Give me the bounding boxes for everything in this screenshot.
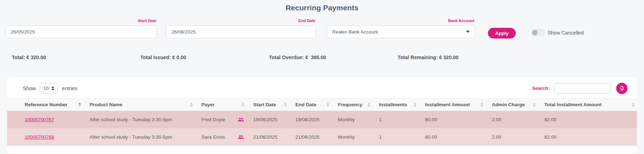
search-label: Search:	[532, 86, 550, 91]
sort-icon	[414, 103, 416, 107]
frequency-cell: Monthly	[331, 111, 373, 128]
chevron-down-icon	[466, 31, 470, 33]
installments-cell: 1	[373, 128, 419, 146]
bank-account-select[interactable]: Realex Bank Account	[327, 25, 475, 38]
sort-icon	[368, 103, 370, 107]
stepper-arrows-icon	[51, 86, 54, 91]
table-toolbar: Show 10 entries Search:	[7, 77, 637, 98]
end-date-cell: 19/06/2025	[289, 111, 331, 128]
installment-amount-cell: 80.00	[419, 111, 485, 128]
total-amount: Total: € 320.00	[12, 55, 140, 60]
col-header-reference-number[interactable]: Reference Number	[7, 99, 83, 111]
sort-icon	[78, 103, 81, 107]
payer-name: Sara Ennis	[201, 134, 225, 140]
reference-link[interactable]: 10005700767	[25, 117, 54, 122]
reference-link[interactable]: 10005700768	[25, 134, 54, 140]
col-header-frequency[interactable]: Frequency	[331, 99, 373, 111]
payer-cell: Fred Doyle	[201, 117, 247, 123]
start-date-field: Start Date 26/05/2025	[5, 19, 157, 24]
col-header-installments[interactable]: Installments	[373, 99, 419, 111]
sort-icon	[480, 103, 483, 107]
col-header-payer[interactable]: Payer	[195, 99, 247, 111]
col-header-product-name[interactable]: Product Name	[83, 99, 195, 111]
file-export-icon	[619, 86, 625, 91]
sort-icon	[632, 103, 635, 107]
start-date-label: Start Date	[5, 19, 157, 24]
end-date-cell: 21/06/2025	[289, 128, 331, 146]
product-name-cell: After school study - Tuesday 3:30-5pm	[83, 128, 195, 146]
product-name-cell: After school study - Tuesday 3:30-5pm	[83, 111, 195, 128]
table-row: 10005700768 After school study - Tuesday…	[7, 128, 637, 146]
col-header-admin-charge[interactable]: Admin Charge	[485, 99, 538, 111]
admin-charge-cell: 2.00	[485, 111, 538, 128]
payer-group-icon[interactable]	[238, 117, 244, 123]
recurring-payments-table: Reference Number Product Name Payer Star…	[7, 98, 637, 146]
start-date-cell: 19/06/2025	[247, 111, 289, 128]
export-button[interactable]	[616, 83, 628, 94]
show-cancelled-label: Show Cancelled	[548, 30, 584, 36]
sort-icon	[242, 103, 245, 107]
search-input[interactable]	[554, 83, 611, 94]
col-header-end-date[interactable]: End Date	[289, 99, 331, 111]
show-cancelled-toggle[interactable]	[531, 29, 544, 36]
apply-button[interactable]: Apply	[488, 28, 516, 38]
col-header-total-installment-amount[interactable]: Total Installment Amount	[538, 99, 637, 111]
col-header-start-date[interactable]: Start Date	[247, 99, 289, 111]
show-label: Show	[23, 86, 36, 91]
payer-cell: Sara Ennis	[201, 134, 247, 140]
page-size-select[interactable]: 10	[40, 83, 58, 93]
total-remaining: Total Remaining: € 320.00	[398, 55, 526, 60]
col-header-installment-amount[interactable]: Installment Amount	[419, 99, 485, 111]
installments-cell: 1	[373, 111, 419, 128]
end-date-field: End Date 26/08/2025	[166, 19, 316, 24]
page-title: Recurring Payments	[0, 0, 644, 13]
bank-account-field: Bank Account Realex Bank Account	[327, 19, 475, 24]
search-area: Search:	[532, 83, 628, 94]
admin-charge-cell: 2.00	[485, 128, 538, 146]
bank-account-label: Bank Account	[327, 19, 475, 24]
show-cancelled-toggle-wrap: Show Cancelled	[531, 29, 584, 36]
show-entries-control: Show 10 entries	[23, 83, 78, 93]
start-date-input[interactable]: 26/05/2025	[5, 25, 157, 38]
end-date-label: End Date	[166, 19, 316, 24]
total-overdue: Total Overdue: € 395.00	[269, 55, 398, 60]
sort-icon	[326, 103, 329, 107]
total-issued: Total Issued: € 0.00	[140, 55, 269, 60]
payer-name: Fred Doyle	[201, 117, 225, 122]
filters-bar: Start Date 26/05/2025 End Date 26/08/202…	[0, 19, 644, 38]
total-installment-amount-cell: 82.00	[538, 128, 637, 146]
page-size-value: 10	[43, 86, 49, 91]
total-installment-amount-cell: 82.00	[538, 111, 637, 128]
toggle-knob	[532, 30, 538, 35]
totals-bar: Total: € 320.00 Total Issued: € 0.00 Tot…	[0, 55, 644, 60]
sort-icon	[284, 103, 287, 107]
sort-icon	[190, 103, 193, 107]
sort-icon	[533, 103, 536, 107]
bank-account-selected-value: Realex Bank Account	[332, 29, 378, 35]
table-header-row: Reference Number Product Name Payer Star…	[7, 99, 637, 111]
end-date-input[interactable]: 26/08/2025	[166, 25, 316, 38]
entries-label: entries	[62, 86, 78, 91]
payments-table-card: Show 10 entries Search:	[7, 77, 637, 153]
frequency-cell: Monthly	[331, 128, 373, 146]
start-date-cell: 21/06/2025	[247, 128, 289, 146]
payer-group-icon[interactable]	[238, 134, 244, 140]
installment-amount-cell: 80.00	[419, 128, 485, 146]
table-row: 10005700767 After school study - Tuesday…	[7, 111, 637, 128]
